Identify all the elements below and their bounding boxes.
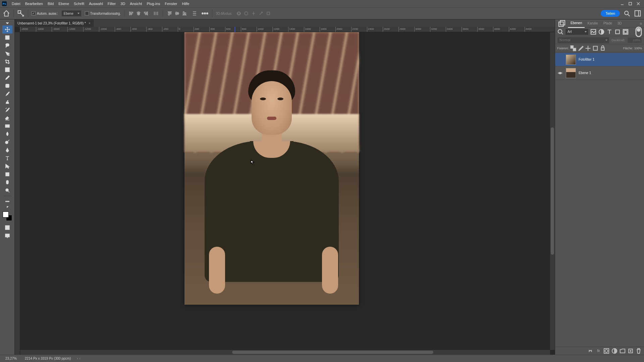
menu-plugins[interactable]: Plug-ins: [144, 0, 162, 7]
status-caret-left-icon[interactable]: ‹: [79, 357, 80, 360]
filter-type-icon[interactable]: [606, 28, 613, 35]
home-icon[interactable]: [3, 10, 10, 17]
workspace-icon[interactable]: [634, 10, 641, 17]
screen-mode-icon[interactable]: [2, 232, 12, 240]
history-brush-tool[interactable]: [2, 106, 12, 114]
share-button[interactable]: Teilen: [601, 10, 620, 17]
window-maximize[interactable]: [627, 1, 634, 7]
crop-tool[interactable]: [2, 58, 12, 66]
filter-shape-icon[interactable]: [614, 28, 621, 35]
document-dimensions[interactable]: 2214 Px x 3319 Px (300 ppcm): [23, 357, 73, 360]
menu-view[interactable]: Ansicht: [127, 0, 144, 7]
quick-select-tool[interactable]: [2, 50, 12, 58]
lock-pixels-icon[interactable]: [578, 45, 584, 51]
layer-ebene-1[interactable]: Ebene 1: [555, 66, 644, 80]
auto-select-target-dropdown[interactable]: Ebene: [61, 10, 82, 17]
align-right-icon[interactable]: [143, 10, 149, 17]
panel-menu-icon[interactable]: ≡: [638, 21, 644, 25]
filter-smart-icon[interactable]: [622, 28, 629, 35]
align-hcenter-icon[interactable]: [135, 10, 142, 17]
visibility-toggle[interactable]: [557, 71, 563, 75]
opacity-field[interactable]: 100%: [627, 37, 642, 43]
menu-file[interactable]: Datei: [9, 0, 23, 7]
lock-transparency-icon[interactable]: [570, 45, 576, 51]
lasso-tool[interactable]: [2, 42, 12, 50]
menu-layer[interactable]: Ebene: [56, 0, 71, 7]
layer-mask-icon[interactable]: [603, 348, 610, 354]
align-bottom-icon[interactable]: [181, 10, 188, 17]
menu-3d[interactable]: 3D: [118, 0, 127, 7]
canvas-viewport[interactable]: [20, 32, 550, 350]
frame-tool[interactable]: [2, 66, 12, 74]
menu-window[interactable]: Fenster: [162, 0, 179, 7]
new-group-icon[interactable]: [619, 348, 626, 354]
marquee-tool[interactable]: [2, 34, 12, 42]
status-caret-icon[interactable]: ›: [77, 357, 78, 360]
panel-group-icon[interactable]: [558, 19, 566, 27]
pen-tool[interactable]: [2, 146, 12, 154]
edit-toolbar-icon[interactable]: [2, 197, 12, 205]
path-select-tool[interactable]: [2, 162, 12, 170]
zoom-tool[interactable]: [2, 186, 12, 194]
tab-layers[interactable]: Ebenen: [568, 19, 585, 28]
lock-artboard-icon[interactable]: [592, 45, 598, 51]
document-tab[interactable]: Unbenannt-1 bei 23,3% (Fotofilter 1, RGB…: [15, 19, 94, 27]
eyedropper-tool[interactable]: [2, 74, 12, 82]
lock-all-icon[interactable]: [600, 45, 606, 51]
quick-mask-icon[interactable]: [2, 224, 12, 232]
menu-filter[interactable]: Filter: [105, 0, 118, 7]
type-tool[interactable]: [2, 154, 12, 162]
menu-type[interactable]: Schrift: [71, 0, 87, 7]
new-layer-icon[interactable]: [627, 348, 634, 354]
search-icon[interactable]: [623, 10, 631, 17]
brush-tool[interactable]: [2, 90, 12, 98]
auto-select-checkbox[interactable]: Autom. ausw.:: [32, 11, 58, 15]
align-vcenter-icon[interactable]: [174, 10, 180, 17]
hand-tool[interactable]: [2, 178, 12, 186]
menu-image[interactable]: Bild: [45, 0, 56, 7]
healing-brush-tool[interactable]: [2, 82, 12, 90]
fill-field[interactable]: 100%: [634, 47, 642, 50]
move-tool[interactable]: [2, 25, 12, 34]
scrollbar-thumb[interactable]: [232, 351, 433, 354]
tab-3d[interactable]: 3D: [615, 19, 625, 27]
adjustment-layer-icon[interactable]: [611, 348, 618, 354]
layer-name[interactable]: Ebene 1: [579, 71, 591, 75]
tool-preset-icon[interactable]: [17, 10, 24, 17]
link-layers-icon[interactable]: [587, 348, 594, 354]
window-close[interactable]: [635, 1, 642, 7]
horizontal-ruler[interactable]: -2000-1800-1600-1400-1200-1000-800-600-4…: [20, 27, 555, 32]
filter-pixel-icon[interactable]: [590, 28, 597, 35]
vertical-scrollbar[interactable]: [550, 32, 555, 350]
align-left-icon[interactable]: [128, 10, 135, 17]
color-swatches[interactable]: [3, 212, 12, 221]
horizontal-scrollbar[interactable]: [20, 350, 550, 355]
document-image[interactable]: [184, 32, 359, 305]
dodge-tool[interactable]: [2, 138, 12, 146]
menu-help[interactable]: Hilfe: [179, 0, 192, 7]
swap-colors-icon[interactable]: [3, 205, 13, 209]
menu-edit[interactable]: Bearbeiten: [23, 0, 45, 7]
layer-fotofilter[interactable]: Fotofilter 1: [555, 53, 644, 66]
collapse-toolbar-icon[interactable]: [2, 21, 12, 25]
close-icon[interactable]: ×: [89, 21, 91, 25]
scrollbar-thumb[interactable]: [551, 127, 554, 254]
clone-stamp-tool[interactable]: [2, 98, 12, 106]
blur-tool[interactable]: [2, 130, 12, 138]
layer-filter-kind-dropdown[interactable]: Art: [565, 28, 589, 35]
vertical-ruler[interactable]: [15, 32, 20, 355]
align-top-icon[interactable]: [166, 10, 173, 17]
tab-channels[interactable]: Kanäle: [585, 19, 600, 27]
layer-name[interactable]: Fotofilter 1: [579, 58, 594, 61]
layer-fx-icon[interactable]: fx: [595, 348, 602, 354]
delete-layer-icon[interactable]: [635, 348, 642, 354]
show-transform-checkbox[interactable]: Transformationsstrg.: [85, 11, 121, 15]
tab-paths[interactable]: Pfade: [601, 19, 615, 27]
eraser-tool[interactable]: [2, 114, 12, 122]
menu-select[interactable]: Auswahl: [87, 0, 105, 7]
layer-thumbnail[interactable]: [566, 55, 576, 65]
shape-tool[interactable]: [2, 170, 12, 178]
gradient-tool[interactable]: [2, 122, 12, 130]
window-minimize[interactable]: [619, 1, 626, 7]
layer-thumbnail[interactable]: [566, 68, 576, 78]
